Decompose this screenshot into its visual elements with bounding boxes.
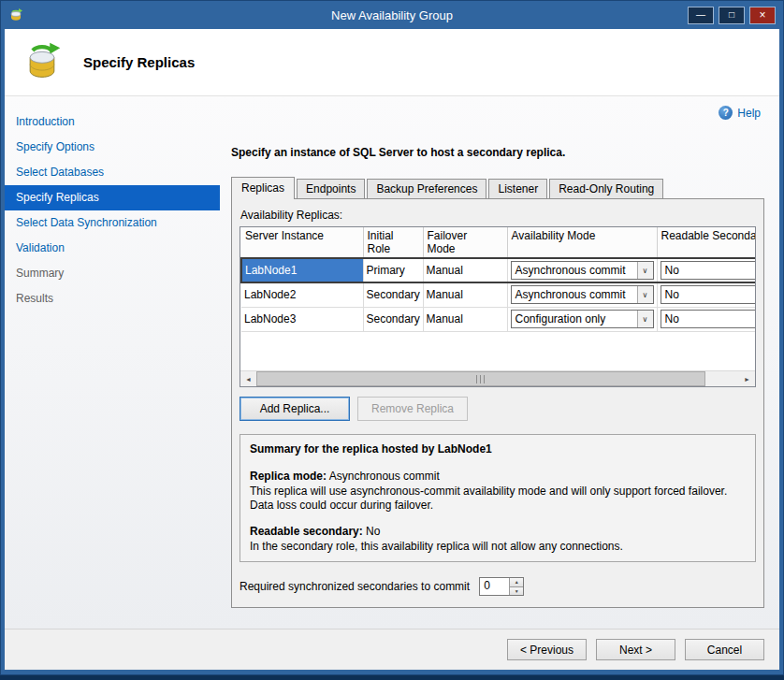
- add-replica-button[interactable]: Add Replica...: [240, 397, 350, 421]
- sidebar-item-specify-replicas[interactable]: Specify Replicas: [5, 185, 220, 210]
- maximize-button[interactable]: □: [719, 7, 745, 24]
- readable-secondary-description: In the secondary role, this availability…: [250, 540, 746, 554]
- sidebar-item-specify-options[interactable]: Specify Options: [5, 135, 220, 160]
- replicas-grid: Server Instance Initial Role Failover Mo…: [240, 226, 756, 387]
- instruction-text: Specify an instance of SQL Server to hos…: [231, 146, 764, 159]
- availability-replicas-label: Availability Replicas:: [240, 209, 756, 222]
- readable-secondary-dropdown[interactable]: No: [661, 285, 757, 304]
- column-header-readable-secondary[interactable]: Readable Secondary: [657, 227, 756, 258]
- server-instance-cell[interactable]: LabNode3: [241, 307, 363, 331]
- spinner-down-button[interactable]: ▼: [510, 586, 523, 595]
- tab-endpoints[interactable]: Endpoints: [297, 179, 365, 198]
- column-header-initial-role[interactable]: Initial Role: [363, 227, 423, 258]
- tab-strip: Replicas Endpoints Backup Preferences Li…: [231, 176, 764, 198]
- content-area: ? Help Specify an instance of SQL Server…: [220, 96, 779, 629]
- initial-role-cell[interactable]: Secondary: [363, 282, 423, 307]
- page-title: Specify Replicas: [83, 54, 195, 70]
- table-row[interactable]: LabNode2 Secondary Manual Asynchronous c…: [241, 282, 756, 307]
- replicas-tab-panel: Availability Replicas: Server Instance I…: [231, 198, 764, 608]
- readable-secondary-cell: No: [657, 258, 756, 282]
- initial-role-cell[interactable]: Primary: [363, 258, 423, 282]
- table-row[interactable]: LabNode3 Secondary Manual Configuration …: [241, 307, 756, 331]
- help-label: Help: [737, 107, 761, 120]
- server-instance-cell[interactable]: LabNode2: [241, 282, 363, 307]
- window-controls: — □ ×: [688, 7, 776, 24]
- readable-secondary-dropdown[interactable]: No: [661, 310, 757, 328]
- availability-mode-value: Asynchronous commit: [512, 288, 637, 301]
- availability-mode-value: Configuration only: [512, 312, 637, 326]
- failover-mode-cell[interactable]: Manual: [423, 258, 507, 282]
- spinner-buttons: ▲ ▼: [509, 578, 523, 595]
- minimize-button[interactable]: —: [688, 7, 714, 24]
- summary-title: Summary for the replica hosted by LabNod…: [250, 442, 746, 456]
- availability-mode-value: Asynchronous commit: [512, 264, 637, 277]
- tab-replicas[interactable]: Replicas: [231, 177, 295, 199]
- previous-button[interactable]: < Previous: [507, 639, 587, 660]
- chevron-down-icon[interactable]: ∨: [637, 311, 653, 327]
- availability-mode-cell: Asynchronous commit ∨: [507, 258, 657, 282]
- wizard-footer: < Previous Next > Cancel: [5, 629, 779, 670]
- spinner-up-button[interactable]: ▲: [510, 578, 523, 586]
- readable-secondary-dropdown[interactable]: No: [661, 261, 757, 280]
- replica-mode-line: Replica mode: Asynchronous commit: [250, 470, 746, 484]
- sidebar-item-validation[interactable]: Validation: [5, 236, 220, 261]
- column-header-failover-mode[interactable]: Failover Mode: [423, 227, 507, 258]
- server-instance-cell[interactable]: LabNode1: [241, 258, 363, 282]
- replica-mode-value: Asynchronous commit: [327, 470, 440, 483]
- readable-secondary-summary-value: No: [363, 525, 381, 538]
- horizontal-scrollbar[interactable]: ◄ ►: [240, 370, 755, 386]
- app-icon: [8, 7, 25, 23]
- availability-mode-cell: Configuration only ∨: [507, 307, 657, 331]
- close-button[interactable]: ×: [749, 7, 776, 24]
- scrollbar-thumb[interactable]: [256, 371, 705, 386]
- readable-secondary-cell: No: [657, 307, 756, 331]
- sidebar-item-summary: Summary: [5, 261, 220, 286]
- chevron-down-icon[interactable]: ∨: [637, 262, 653, 279]
- column-header-availability-mode[interactable]: Availability Mode: [507, 227, 657, 258]
- replica-mode-label: Replica mode:: [250, 470, 327, 483]
- tab-read-only-routing[interactable]: Read-Only Routing: [549, 179, 663, 198]
- availability-group-icon: [22, 40, 63, 84]
- scrollbar-grip-icon: [476, 375, 486, 383]
- scroll-right-icon[interactable]: ►: [739, 371, 755, 386]
- availability-mode-dropdown[interactable]: Asynchronous commit ∨: [511, 261, 654, 280]
- quorum-row: Required synchronized secondaries to com…: [240, 577, 756, 600]
- sidebar-item-results: Results: [5, 286, 220, 311]
- availability-mode-dropdown[interactable]: Configuration only ∨: [511, 310, 654, 328]
- wizard-header: Specify Replicas: [5, 29, 779, 96]
- readable-secondary-line: Readable secondary: No: [250, 525, 746, 539]
- tab-backup-preferences[interactable]: Backup Preferences: [367, 179, 486, 198]
- failover-mode-cell[interactable]: Manual: [423, 307, 507, 331]
- column-header-server-instance[interactable]: Server Instance: [241, 227, 363, 258]
- replica-mode-description: This replica will use asynchronous-commi…: [250, 485, 746, 514]
- table-row[interactable]: LabNode1 Primary Manual Asynchronous com…: [241, 258, 756, 282]
- availability-mode-dropdown[interactable]: Asynchronous commit ∨: [511, 285, 654, 304]
- tab-listener[interactable]: Listener: [488, 179, 547, 198]
- cancel-button[interactable]: Cancel: [685, 639, 764, 660]
- readable-secondary-value: No: [665, 288, 679, 301]
- readable-secondary-cell: No: [657, 282, 756, 307]
- sidebar-item-select-data-synchronization[interactable]: Select Data Synchronization: [5, 210, 220, 236]
- help-link[interactable]: ? Help: [719, 106, 761, 120]
- readable-secondary-value: No: [665, 264, 679, 277]
- next-button[interactable]: Next >: [596, 639, 675, 660]
- quorum-value[interactable]: 0: [480, 578, 509, 595]
- wizard-steps-sidebar: Introduction Specify Options Select Data…: [5, 96, 220, 629]
- sidebar-item-select-databases[interactable]: Select Databases: [5, 160, 220, 185]
- initial-role-cell[interactable]: Secondary: [363, 307, 423, 331]
- window-title: New Availability Group: [5, 8, 779, 22]
- availability-mode-cell: Asynchronous commit ∨: [507, 282, 657, 307]
- readable-secondary-value: No: [665, 312, 679, 326]
- quorum-spinner[interactable]: 0 ▲ ▼: [479, 577, 524, 596]
- replica-actions: Add Replica... Remove Replica: [240, 397, 756, 421]
- dialog-window: New Availability Group — □ × Specify Rep…: [0, 0, 784, 675]
- sidebar-item-introduction[interactable]: Introduction: [5, 109, 220, 135]
- chevron-down-icon[interactable]: ∨: [637, 286, 653, 303]
- replicas-table: Server Instance Initial Role Failover Mo…: [240, 227, 756, 332]
- failover-mode-cell[interactable]: Manual: [423, 282, 507, 307]
- replica-summary-box: Summary for the replica hosted by LabNod…: [240, 434, 756, 562]
- main-area: Introduction Specify Options Select Data…: [5, 96, 779, 629]
- help-icon: ?: [719, 106, 733, 120]
- title-bar[interactable]: New Availability Group — □ ×: [5, 1, 779, 29]
- scroll-left-icon[interactable]: ◄: [240, 371, 256, 386]
